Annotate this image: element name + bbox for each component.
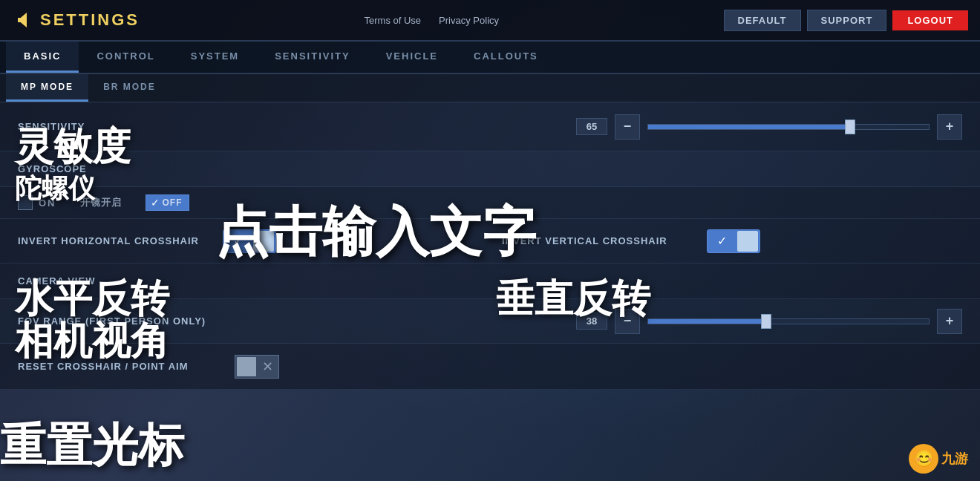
support-button[interactable]: SUPPORT <box>807 10 887 31</box>
fov-slider-thumb[interactable] <box>761 314 771 329</box>
mode-br[interactable]: BR MODE <box>88 74 171 102</box>
settings-content: SENSITIVITY 65 − + GYROSCOPE ON 开镜开启 ✓ O… <box>0 102 980 390</box>
gyroscope-off-label: OFF <box>163 197 183 208</box>
invert-horizontal-toggle[interactable]: ✓ <box>223 229 276 253</box>
invert-horizontal-label: INVERT HORIZONTAL CROSSHAIR <box>18 235 211 246</box>
gyroscope-label: GYROSCOPE <box>18 163 211 174</box>
gyroscope-on-checkbox[interactable]: ON <box>18 195 56 210</box>
sensitivity-label: SENSITIVITY <box>18 121 211 132</box>
gyroscope-on-label: ON <box>39 197 56 209</box>
default-button[interactable]: DEFAULT <box>724 10 801 31</box>
fov-label: FOV RANGE (FIRST PERSON ONLY) <box>18 315 211 327</box>
reset-toggle[interactable]: ✕ <box>235 355 279 379</box>
invert-vertical-circle <box>737 231 758 252</box>
mode-bar: MP MODE BR MODE <box>0 74 980 102</box>
logout-button[interactable]: LOGOUT <box>892 10 968 30</box>
jiuyou-text: 九游 <box>941 450 968 468</box>
sensitivity-slider-container: 65 − + <box>576 114 962 140</box>
gyroscope-off-toggle[interactable]: ✓ OFF <box>146 194 189 211</box>
fov-slider-fill <box>648 319 766 324</box>
invert-vertical-toggle[interactable]: ✓ <box>707 229 760 253</box>
invert-row: INVERT HORIZONTAL CROSSHAIR ✓ INVERT VER… <box>0 219 980 264</box>
gyroscope-check-icon: ✓ <box>151 197 160 209</box>
tab-sensitivity[interactable]: SENSITIVITY <box>257 42 368 73</box>
fov-slider-container: 38 − + <box>576 309 962 334</box>
gyroscope-on-checkbox-box[interactable] <box>18 195 33 210</box>
header-left: SETTINGS <box>12 10 140 30</box>
terms-of-use-link[interactable]: Terms of Use <box>365 15 422 26</box>
sensitivity-row: SENSITIVITY 65 − + <box>0 102 980 151</box>
tab-bar: BASIC CONTROL SYSTEM SENSITIVITY VEHICLE… <box>0 42 980 74</box>
jiuyou-watermark: 😊 九游 <box>909 444 968 474</box>
camera-label-row: CAMERA VIEW <box>0 264 980 299</box>
sensitivity-slider-thumb[interactable] <box>845 120 855 134</box>
reset-circle-icon <box>237 357 256 376</box>
gyroscope-label-row: GYROSCOPE <box>0 151 980 187</box>
fov-increase-button[interactable]: + <box>937 309 962 334</box>
tab-basic[interactable]: BASIC <box>6 42 79 73</box>
settings-title: SETTINGS <box>40 10 140 30</box>
invert-vertical-half: INVERT VERTICAL CROSSHAIR ✓ <box>478 229 962 253</box>
sensitivity-decrease-button[interactable]: − <box>615 114 640 140</box>
tab-vehicle[interactable]: VEHICLE <box>368 42 456 73</box>
sensitivity-slider-track[interactable] <box>647 124 930 130</box>
mode-mp[interactable]: MP MODE <box>6 74 88 102</box>
invert-horizontal-half: INVERT HORIZONTAL CROSSHAIR ✓ <box>18 229 478 253</box>
invert-horizontal-circle <box>253 231 274 252</box>
tab-control[interactable]: CONTROL <box>79 42 172 73</box>
header: SETTINGS Terms of Use Privacy Policy DEF… <box>0 0 980 42</box>
fov-decrease-button[interactable]: − <box>615 309 640 334</box>
reset-row: RESET CROSSHAIR / POINT AIM ✕ <box>0 344 980 390</box>
camera-label: CAMERA VIEW <box>18 275 211 287</box>
jiuyou-icon: 😊 <box>909 444 938 474</box>
sensitivity-slider-fill <box>648 125 850 129</box>
invert-vertical-label: INVERT VERTICAL CROSSHAIR <box>502 235 695 246</box>
reset-label: RESET CROSSHAIR / POINT AIM <box>18 361 211 372</box>
privacy-policy-link[interactable]: Privacy Policy <box>439 15 499 26</box>
fov-row: FOV RANGE (FIRST PERSON ONLY) 38 − + <box>0 299 980 344</box>
fov-value: 38 <box>576 313 607 330</box>
header-right: DEFAULT SUPPORT LOGOUT <box>724 10 968 31</box>
gyroscope-scope-label: 开镜开启 <box>80 196 122 209</box>
svg-rect-1 <box>18 18 27 22</box>
sensitivity-value: 65 <box>576 118 607 135</box>
tab-callouts[interactable]: CALLOUTS <box>456 42 556 73</box>
fov-slider-track[interactable] <box>647 318 930 324</box>
invert-horizontal-check-icon: ✓ <box>223 234 252 248</box>
reset-x-icon: ✕ <box>258 357 277 376</box>
tab-system[interactable]: SYSTEM <box>173 42 257 73</box>
invert-vertical-check-icon: ✓ <box>708 234 736 248</box>
header-center: Terms of Use Privacy Policy <box>365 15 500 26</box>
sensitivity-increase-button[interactable]: + <box>937 114 962 140</box>
gyroscope-toggle-row: ON 开镜开启 ✓ OFF <box>0 187 980 219</box>
back-icon[interactable] <box>12 10 33 30</box>
